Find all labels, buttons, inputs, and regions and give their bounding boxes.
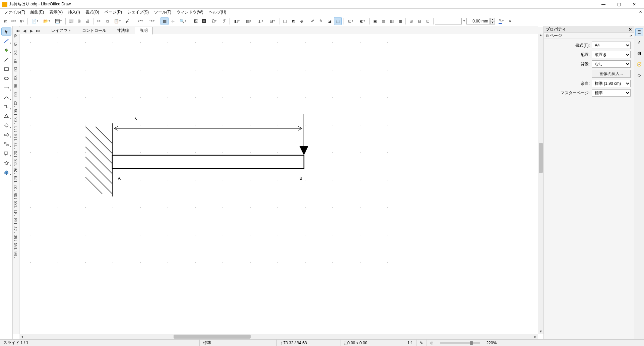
ungroup-button[interactable]: ⊟ — [415, 17, 424, 25]
line-style-dropdown-icon[interactable]: ▾ — [462, 19, 466, 22]
copy-button[interactable]: ⧉ — [103, 17, 111, 25]
layer-tab-dimension[interactable]: 寸法線 — [112, 27, 134, 35]
menu-format[interactable]: 書式(O) — [83, 9, 102, 16]
forward-button[interactable]: ▤ — [379, 17, 387, 25]
export-pdf-button[interactable]: 📰 — [67, 17, 75, 25]
print-preview-button[interactable]: 🗎 — [75, 17, 83, 25]
insert-textbox-button[interactable]: 🅰 — [200, 17, 208, 25]
line-tool[interactable] — [1, 56, 11, 64]
vscroll-thumb[interactable] — [539, 143, 543, 173]
insert-image-button[interactable]: 🖼 — [192, 17, 200, 25]
align-objects-button[interactable]: ▤▾ — [243, 17, 254, 25]
3d-objects-tool[interactable]: ▾ — [1, 168, 11, 176]
page[interactable]: A B ↖ — [19, 32, 398, 274]
vertical-ruler[interactable]: 7881848790939699102105108111114117120123… — [13, 32, 19, 334]
line-color-button[interactable]: ✎▾ — [495, 17, 507, 25]
last-layer-button[interactable]: ⏭ — [35, 28, 41, 34]
crop-button[interactable]: ◩ — [289, 17, 297, 25]
horizontal-scrollbar[interactable]: ◂ ▸ — [19, 334, 538, 339]
close-button[interactable]: ✕ — [627, 0, 642, 9]
line-color-tool[interactable]: ▾ — [1, 37, 11, 45]
rectangle-tool[interactable] — [1, 65, 11, 73]
first-layer-button[interactable]: ⏮ — [15, 28, 21, 34]
sidetab-shapes[interactable]: ◇ — [635, 71, 643, 79]
block-arrows-tool[interactable]: ▾ — [1, 131, 11, 139]
extrusion-button[interactable]: ◪ — [325, 17, 333, 25]
zoom-slider[interactable] — [440, 342, 480, 344]
stars-tool[interactable]: ▾ — [1, 159, 11, 167]
line-width-spinner[interactable]: ▴▾ — [490, 18, 495, 24]
menu-file[interactable]: ファイル(F) — [1, 9, 28, 16]
transform-button[interactable]: ◧▾ — [231, 17, 243, 25]
sidebar-close-icon[interactable]: ✕ — [629, 27, 632, 32]
menu-window[interactable]: ウィンドウ(W) — [174, 9, 206, 16]
maximize-button[interactable]: ▢ — [611, 0, 627, 9]
menu-help[interactable]: ヘルプ(H) — [206, 9, 229, 16]
open-button[interactable]: 📂▾ — [41, 17, 52, 25]
menu-insert[interactable]: 挿入(I) — [65, 9, 82, 16]
group-button[interactable]: ⊞ — [407, 17, 415, 25]
insert-special-char-button[interactable]: Ω▾ — [208, 17, 220, 25]
line-style-preview[interactable] — [435, 18, 462, 24]
symbol-shapes-tool[interactable]: ▾ — [1, 121, 11, 129]
scroll-right-icon[interactable]: ▸ — [533, 334, 538, 339]
arrow-line-tool[interactable]: ▾ — [1, 84, 11, 92]
menu-tools[interactable]: ツール(T) — [151, 9, 174, 16]
paste-button[interactable]: 📋▾ — [112, 17, 123, 25]
toggle-3d-button[interactable]: ⬚ — [334, 17, 342, 25]
minimize-button[interactable]: ― — [596, 0, 611, 9]
distribute-button[interactable]: ⊟▾ — [266, 17, 278, 25]
canvas-viewport[interactable]: A B ↖ — [19, 32, 538, 334]
callout-tool[interactable]: ▾ — [1, 150, 11, 158]
undo-button[interactable]: ↶▾ — [134, 17, 146, 25]
layer-tab-control[interactable]: コントロール — [77, 27, 111, 35]
new-document-button[interactable]: 📄▾ — [29, 17, 41, 25]
print-button[interactable]: 🖨 — [84, 17, 92, 25]
flowchart-tool[interactable]: ▾ — [1, 140, 11, 148]
select-tool[interactable] — [1, 27, 11, 36]
edit-points-button[interactable]: ✐ — [309, 17, 317, 25]
ellipse-tool[interactable] — [1, 74, 11, 82]
status-scale[interactable]: 1:1 — [404, 340, 417, 346]
section-more-icon[interactable]: ↗ — [629, 34, 632, 38]
menu-view[interactable]: 表示(V) — [47, 9, 65, 16]
line-width-input[interactable] — [466, 18, 490, 24]
insert-image-button-side[interactable]: 画像の挿入... — [592, 70, 631, 78]
status-signature-icon[interactable]: ✎ — [416, 340, 427, 346]
master-select[interactable]: 標準 — [592, 89, 631, 97]
clone-format-button[interactable]: 🖌 — [123, 17, 131, 25]
scroll-down-icon[interactable]: ▾ — [538, 329, 543, 334]
next-layer-button[interactable]: ▶ — [28, 28, 34, 34]
curve-tool[interactable]: ▾ — [1, 93, 11, 101]
glue-points-button[interactable]: ✎ — [317, 17, 325, 25]
zoom-button[interactable]: 🔍▾ — [177, 17, 189, 25]
bring-front-button[interactable]: ▣ — [371, 17, 379, 25]
connector-tool[interactable]: ▾ — [1, 103, 11, 111]
menu-edit[interactable]: 編集(E) — [28, 9, 47, 16]
backward-button[interactable]: ▥ — [388, 17, 396, 25]
layer-tab-layout[interactable]: レイアウト — [46, 27, 76, 35]
layer-tab-description[interactable]: 説明 — [135, 27, 153, 35]
sidetab-navigator[interactable]: 🧭 — [635, 60, 643, 68]
formula-tools-icon[interactable]: ✂π — [10, 17, 18, 25]
status-zoom[interactable]: 220% — [483, 340, 500, 346]
section-page-header[interactable]: ⊟ ページ ↗ — [544, 33, 634, 39]
document-close-icon[interactable]: ✕ — [639, 10, 642, 14]
insert-fontwork-button[interactable]: ℱ — [220, 17, 228, 25]
prev-layer-button[interactable]: ◀ — [21, 28, 27, 34]
grid-toggle-button[interactable]: ▦ — [160, 17, 169, 25]
menu-shape[interactable]: シェイプ(S) — [125, 9, 151, 16]
sidetab-styles[interactable]: A — [635, 39, 643, 47]
format-select[interactable]: A4 — [592, 42, 631, 49]
redo-button[interactable]: ↷▾ — [146, 17, 157, 25]
vertical-scrollbar[interactable]: ▴ ▾ — [538, 32, 543, 334]
formula-convert-icon[interactable]: π↻ — [18, 17, 26, 25]
position-size-button[interactable]: ⊡▾ — [345, 17, 356, 25]
cut-button[interactable]: ✂ — [95, 17, 103, 25]
flip-button[interactable]: ◐▾ — [357, 17, 368, 25]
fit-page-icon[interactable]: ⊕ — [427, 340, 437, 346]
zoom-knob[interactable] — [470, 341, 473, 345]
background-select[interactable]: なし — [592, 60, 631, 68]
sidetab-gallery[interactable]: 🖼 — [635, 50, 643, 58]
arrange-button[interactable]: ◫▾ — [255, 17, 266, 25]
